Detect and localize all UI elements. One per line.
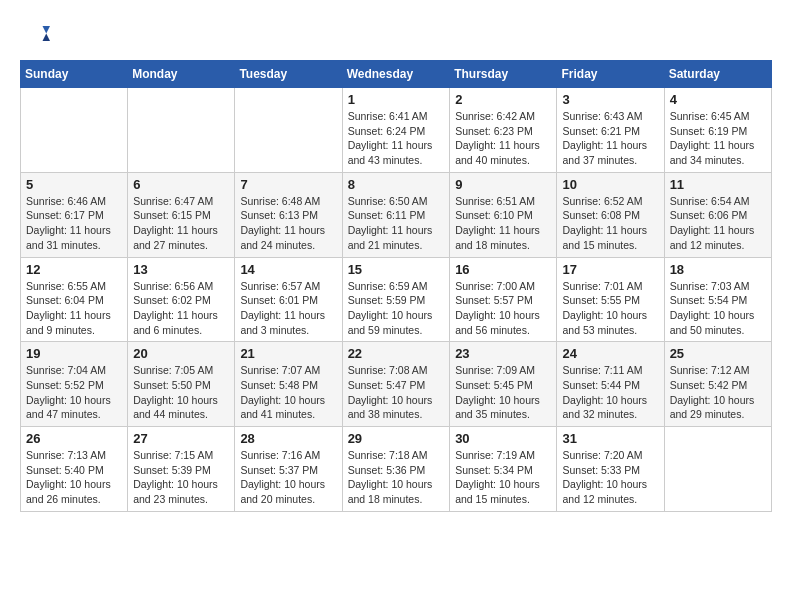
day-info: Sunrise: 6:59 AM Sunset: 5:59 PM Dayligh…: [348, 279, 445, 338]
day-info: Sunrise: 7:11 AM Sunset: 5:44 PM Dayligh…: [562, 363, 658, 422]
day-info: Sunrise: 7:03 AM Sunset: 5:54 PM Dayligh…: [670, 279, 766, 338]
logo-icon: [20, 20, 50, 50]
page-header: [20, 20, 772, 50]
day-number: 28: [240, 431, 336, 446]
day-info: Sunrise: 6:52 AM Sunset: 6:08 PM Dayligh…: [562, 194, 658, 253]
calendar-cell: 13Sunrise: 6:56 AM Sunset: 6:02 PM Dayli…: [128, 257, 235, 342]
calendar-cell: [21, 88, 128, 173]
calendar-cell: 1Sunrise: 6:41 AM Sunset: 6:24 PM Daylig…: [342, 88, 450, 173]
day-number: 25: [670, 346, 766, 361]
calendar-table: SundayMondayTuesdayWednesdayThursdayFrid…: [20, 60, 772, 512]
calendar-week-row: 1Sunrise: 6:41 AM Sunset: 6:24 PM Daylig…: [21, 88, 772, 173]
day-info: Sunrise: 7:04 AM Sunset: 5:52 PM Dayligh…: [26, 363, 122, 422]
weekday-header: Wednesday: [342, 61, 450, 88]
calendar-cell: 3Sunrise: 6:43 AM Sunset: 6:21 PM Daylig…: [557, 88, 664, 173]
day-info: Sunrise: 6:45 AM Sunset: 6:19 PM Dayligh…: [670, 109, 766, 168]
day-number: 11: [670, 177, 766, 192]
day-number: 1: [348, 92, 445, 107]
day-number: 31: [562, 431, 658, 446]
calendar-cell: [128, 88, 235, 173]
calendar-cell: 19Sunrise: 7:04 AM Sunset: 5:52 PM Dayli…: [21, 342, 128, 427]
day-info: Sunrise: 6:47 AM Sunset: 6:15 PM Dayligh…: [133, 194, 229, 253]
day-number: 10: [562, 177, 658, 192]
day-info: Sunrise: 6:48 AM Sunset: 6:13 PM Dayligh…: [240, 194, 336, 253]
calendar-cell: 7Sunrise: 6:48 AM Sunset: 6:13 PM Daylig…: [235, 172, 342, 257]
day-number: 7: [240, 177, 336, 192]
calendar-cell: 23Sunrise: 7:09 AM Sunset: 5:45 PM Dayli…: [450, 342, 557, 427]
day-info: Sunrise: 7:12 AM Sunset: 5:42 PM Dayligh…: [670, 363, 766, 422]
calendar-cell: 15Sunrise: 6:59 AM Sunset: 5:59 PM Dayli…: [342, 257, 450, 342]
weekday-header: Tuesday: [235, 61, 342, 88]
weekday-header: Saturday: [664, 61, 771, 88]
day-info: Sunrise: 7:19 AM Sunset: 5:34 PM Dayligh…: [455, 448, 551, 507]
logo: [20, 20, 54, 50]
day-number: 2: [455, 92, 551, 107]
weekday-header: Thursday: [450, 61, 557, 88]
calendar-cell: 14Sunrise: 6:57 AM Sunset: 6:01 PM Dayli…: [235, 257, 342, 342]
calendar-cell: 9Sunrise: 6:51 AM Sunset: 6:10 PM Daylig…: [450, 172, 557, 257]
calendar-cell: 28Sunrise: 7:16 AM Sunset: 5:37 PM Dayli…: [235, 427, 342, 512]
calendar-cell: 8Sunrise: 6:50 AM Sunset: 6:11 PM Daylig…: [342, 172, 450, 257]
day-number: 29: [348, 431, 445, 446]
day-number: 20: [133, 346, 229, 361]
calendar-cell: [664, 427, 771, 512]
calendar-cell: 10Sunrise: 6:52 AM Sunset: 6:08 PM Dayli…: [557, 172, 664, 257]
weekday-header: Sunday: [21, 61, 128, 88]
day-info: Sunrise: 6:43 AM Sunset: 6:21 PM Dayligh…: [562, 109, 658, 168]
calendar-cell: 5Sunrise: 6:46 AM Sunset: 6:17 PM Daylig…: [21, 172, 128, 257]
day-info: Sunrise: 6:56 AM Sunset: 6:02 PM Dayligh…: [133, 279, 229, 338]
calendar-cell: 11Sunrise: 6:54 AM Sunset: 6:06 PM Dayli…: [664, 172, 771, 257]
weekday-header: Friday: [557, 61, 664, 88]
svg-marker-0: [43, 26, 51, 34]
day-number: 13: [133, 262, 229, 277]
weekday-header-row: SundayMondayTuesdayWednesdayThursdayFrid…: [21, 61, 772, 88]
calendar-cell: 30Sunrise: 7:19 AM Sunset: 5:34 PM Dayli…: [450, 427, 557, 512]
day-info: Sunrise: 7:16 AM Sunset: 5:37 PM Dayligh…: [240, 448, 336, 507]
day-info: Sunrise: 6:57 AM Sunset: 6:01 PM Dayligh…: [240, 279, 336, 338]
day-number: 18: [670, 262, 766, 277]
calendar-cell: 22Sunrise: 7:08 AM Sunset: 5:47 PM Dayli…: [342, 342, 450, 427]
day-number: 16: [455, 262, 551, 277]
day-number: 8: [348, 177, 445, 192]
day-number: 6: [133, 177, 229, 192]
day-info: Sunrise: 6:42 AM Sunset: 6:23 PM Dayligh…: [455, 109, 551, 168]
day-number: 24: [562, 346, 658, 361]
day-number: 22: [348, 346, 445, 361]
calendar-cell: 17Sunrise: 7:01 AM Sunset: 5:55 PM Dayli…: [557, 257, 664, 342]
day-info: Sunrise: 6:50 AM Sunset: 6:11 PM Dayligh…: [348, 194, 445, 253]
calendar-cell: 6Sunrise: 6:47 AM Sunset: 6:15 PM Daylig…: [128, 172, 235, 257]
day-number: 26: [26, 431, 122, 446]
calendar-week-row: 19Sunrise: 7:04 AM Sunset: 5:52 PM Dayli…: [21, 342, 772, 427]
day-number: 17: [562, 262, 658, 277]
day-info: Sunrise: 7:09 AM Sunset: 5:45 PM Dayligh…: [455, 363, 551, 422]
calendar-cell: 26Sunrise: 7:13 AM Sunset: 5:40 PM Dayli…: [21, 427, 128, 512]
day-info: Sunrise: 6:51 AM Sunset: 6:10 PM Dayligh…: [455, 194, 551, 253]
svg-marker-1: [43, 34, 51, 42]
calendar-cell: 25Sunrise: 7:12 AM Sunset: 5:42 PM Dayli…: [664, 342, 771, 427]
day-number: 12: [26, 262, 122, 277]
day-number: 3: [562, 92, 658, 107]
calendar-cell: 31Sunrise: 7:20 AM Sunset: 5:33 PM Dayli…: [557, 427, 664, 512]
day-info: Sunrise: 7:01 AM Sunset: 5:55 PM Dayligh…: [562, 279, 658, 338]
day-info: Sunrise: 7:07 AM Sunset: 5:48 PM Dayligh…: [240, 363, 336, 422]
calendar-cell: 27Sunrise: 7:15 AM Sunset: 5:39 PM Dayli…: [128, 427, 235, 512]
day-number: 19: [26, 346, 122, 361]
calendar-cell: 24Sunrise: 7:11 AM Sunset: 5:44 PM Dayli…: [557, 342, 664, 427]
calendar-cell: [235, 88, 342, 173]
calendar-cell: 16Sunrise: 7:00 AM Sunset: 5:57 PM Dayli…: [450, 257, 557, 342]
calendar-cell: 2Sunrise: 6:42 AM Sunset: 6:23 PM Daylig…: [450, 88, 557, 173]
day-number: 9: [455, 177, 551, 192]
day-number: 14: [240, 262, 336, 277]
day-info: Sunrise: 7:05 AM Sunset: 5:50 PM Dayligh…: [133, 363, 229, 422]
calendar-week-row: 12Sunrise: 6:55 AM Sunset: 6:04 PM Dayli…: [21, 257, 772, 342]
day-number: 4: [670, 92, 766, 107]
day-number: 27: [133, 431, 229, 446]
day-number: 5: [26, 177, 122, 192]
calendar-cell: 18Sunrise: 7:03 AM Sunset: 5:54 PM Dayli…: [664, 257, 771, 342]
day-info: Sunrise: 7:00 AM Sunset: 5:57 PM Dayligh…: [455, 279, 551, 338]
calendar-cell: 21Sunrise: 7:07 AM Sunset: 5:48 PM Dayli…: [235, 342, 342, 427]
day-info: Sunrise: 7:15 AM Sunset: 5:39 PM Dayligh…: [133, 448, 229, 507]
calendar-week-row: 26Sunrise: 7:13 AM Sunset: 5:40 PM Dayli…: [21, 427, 772, 512]
day-number: 21: [240, 346, 336, 361]
day-info: Sunrise: 7:20 AM Sunset: 5:33 PM Dayligh…: [562, 448, 658, 507]
